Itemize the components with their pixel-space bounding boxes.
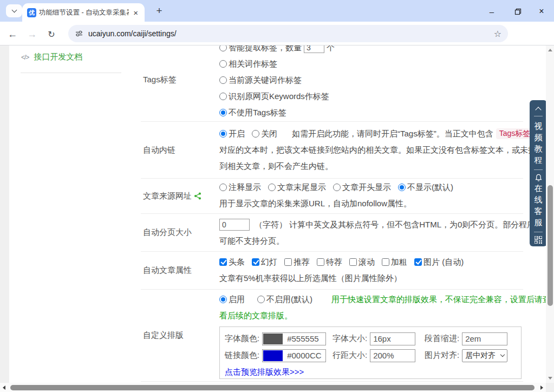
checkbox-option-slide[interactable]: 幻灯 [252, 257, 277, 267]
checkbox-icon[interactable] [382, 258, 389, 266]
window-minimize-button[interactable]: – [484, 6, 500, 17]
form-row-pagination: 自动分页大小 （字符） 计算中英文及其标点符号，但不包含HTML，为0则不分页。… [141, 214, 523, 252]
checkbox-icon[interactable] [284, 258, 292, 266]
horizontal-scroll-thumb[interactable] [10, 385, 535, 390]
font-color-picker[interactable]: #555555 [262, 332, 326, 345]
radio-option-page-keywords[interactable]: 识别原网页Keywords作标签 [219, 88, 523, 104]
tab-close-icon[interactable]: × [132, 8, 140, 17]
link-color-swatch[interactable] [263, 350, 283, 361]
radio-option-enable[interactable]: 启用 [219, 295, 245, 305]
settings-form: Tags标签 智能提取标签，数量 个 相关词作标签 当前源关键词作标签 [141, 45, 523, 382]
option-label: 注释显示 [229, 182, 261, 193]
floating-side-panel: 视频教程 在线客服 [530, 100, 547, 246]
scroll-right-arrow[interactable] [540, 386, 543, 390]
radio-icon[interactable] [219, 296, 227, 303]
radio-icon[interactable] [219, 130, 227, 138]
checkbox-icon[interactable] [317, 258, 324, 266]
img-align-label: 图片对齐: [425, 350, 459, 361]
window-close-button[interactable]: × [533, 6, 550, 17]
scroll-up-arrow[interactable] [548, 49, 552, 51]
checkbox-option-scroll[interactable]: 滚动 [349, 257, 375, 267]
radio-icon[interactable] [333, 184, 341, 191]
radio-option-source-keywords[interactable]: 当前源关键词作标签 [219, 72, 523, 88]
option-label: 头条 [229, 257, 245, 267]
radio-icon[interactable] [219, 45, 227, 51]
checkbox-icon[interactable] [414, 258, 422, 266]
scroll-down-arrow[interactable] [548, 377, 552, 380]
indent-input[interactable] [462, 332, 507, 345]
img-align-select[interactable]: 居中对齐 [462, 349, 507, 362]
radio-option-smart-tags[interactable]: 智能提取标签，数量 个 [219, 45, 523, 56]
address-bar[interactable]: ucaiyun.com/caiji/settings/ ☆ [68, 25, 508, 42]
back-button[interactable]: ← [5, 27, 19, 41]
option-label: 加粗 [391, 257, 407, 267]
row-label: 自动文章属性 [141, 252, 219, 289]
forward-button[interactable]: → [25, 27, 39, 41]
radio-icon[interactable] [398, 184, 406, 191]
checkbox-option-image[interactable]: 图片 (自动) [414, 257, 464, 267]
radio-icon[interactable] [219, 60, 227, 68]
checkbox-option-headline[interactable]: 头条 [219, 257, 245, 267]
reload-button[interactable]: ↻ [44, 27, 58, 41]
radio-option-article-start[interactable]: 文章开头显示 [333, 182, 391, 193]
radio-option-on[interactable]: 开启 [219, 129, 245, 139]
checkbox-icon[interactable] [349, 258, 357, 266]
option-label: 推荐 [294, 257, 310, 267]
radio-option-no-tags[interactable]: 不使用Tags标签 [219, 104, 523, 121]
radio-icon[interactable] [268, 184, 276, 191]
typeset-note-1: 用于快速设置文章的排版效果，不保证完全兼容，设置后请查 [331, 295, 546, 305]
radio-icon[interactable] [219, 184, 227, 191]
form-row-source-url: 文章来源网址 注释显示 文章末尾显示 [141, 179, 523, 214]
row-label: 自动分页大小 [141, 214, 219, 251]
bookmark-star-icon[interactable]: ☆ [494, 29, 501, 39]
preview-typeset-link[interactable]: 点击预览排版效果>>> [225, 367, 304, 377]
online-service-button[interactable]: 在线客服 [534, 182, 543, 228]
window-restore-button[interactable] [510, 6, 526, 17]
autolink-desc-3: 到相关文章，则不会产生内链。 [219, 158, 536, 174]
line-height-input[interactable] [370, 349, 415, 362]
radio-option-hide[interactable]: 不显示(默认) [398, 182, 453, 193]
link-color-picker[interactable]: #0000CC [262, 349, 326, 362]
radio-icon[interactable] [219, 109, 227, 116]
vertical-scrollbar[interactable] [546, 45, 554, 383]
back-to-top-icon[interactable] [535, 107, 541, 113]
browser-tab[interactable]: 优 功能细节设置 - 自动文章采集器 × [22, 3, 145, 22]
qrcode-icon[interactable] [535, 236, 542, 244]
typeset-note-2: 看后续的文章排版。 [219, 308, 546, 324]
checkbox-option-special[interactable]: 特荐 [317, 257, 342, 267]
link-color-value[interactable]: #0000CC [283, 350, 325, 362]
tab-search-button[interactable] [6, 4, 22, 17]
radio-icon[interactable] [219, 76, 227, 84]
chevron-down-icon [11, 8, 17, 13]
vertical-scroll-thumb[interactable] [548, 185, 553, 306]
radio-option-related-words[interactable]: 相关词作标签 [219, 56, 523, 72]
font-size-input[interactable] [370, 332, 415, 345]
restore-icon [514, 8, 522, 15]
pagination-size-input[interactable] [219, 219, 250, 231]
horizontal-scrollbar[interactable] [0, 383, 546, 392]
checkbox-option-recommend[interactable]: 推荐 [284, 257, 310, 267]
font-color-value[interactable]: #555555 [283, 333, 325, 345]
site-settings-icon[interactable] [75, 29, 83, 38]
bell-icon[interactable] [535, 174, 542, 181]
radio-option-article-end[interactable]: 文章末尾显示 [268, 182, 326, 193]
checkbox-icon[interactable] [219, 258, 227, 266]
video-tutorial-button[interactable]: 视频教程 [534, 120, 543, 166]
radio-option-disable[interactable]: 不启用(默认) [257, 295, 312, 305]
new-tab-button[interactable]: + [153, 4, 166, 17]
tag-count-input[interactable] [304, 45, 324, 53]
radio-option-comment[interactable]: 注释显示 [219, 182, 261, 193]
scroll-left-arrow[interactable] [3, 386, 5, 390]
url-text[interactable]: ucaiyun.com/caiji/settings/ [88, 29, 177, 38]
radio-option-off[interactable]: 关闭 [252, 129, 277, 139]
panel-divider [534, 232, 543, 232]
radio-icon[interactable] [257, 296, 265, 303]
browser-toolbar: ← → ↻ ucaiyun.com/caiji/settings/ ☆ 井 ⋮ [0, 22, 554, 45]
checkbox-option-bold[interactable]: 加粗 [382, 257, 407, 267]
checkbox-icon[interactable] [252, 258, 259, 266]
font-color-swatch[interactable] [263, 334, 283, 344]
sidebar-item-api-doc[interactable]: </> 接口开发文档 [21, 52, 82, 62]
radio-icon[interactable] [219, 93, 227, 100]
radio-icon[interactable] [252, 130, 259, 138]
option-label: 幻灯 [261, 257, 277, 267]
